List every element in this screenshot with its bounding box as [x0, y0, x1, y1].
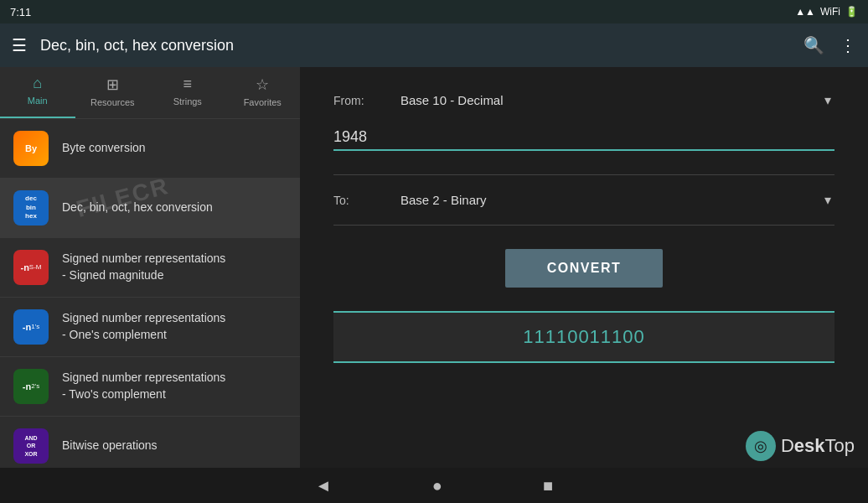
more-options-icon[interactable]: ⋮ — [840, 35, 856, 55]
signed-twos-icon: -n2's — [13, 369, 49, 404]
list-item-signed-twos[interactable]: -n2's Signed number representations- Two… — [0, 357, 300, 417]
list-items: By Byte conversion decbinhex Dec, bin, o… — [0, 119, 300, 468]
from-value: Base 10 - Decimal — [400, 93, 504, 107]
content-panel: From: Base 10 - Decimal ▾ To: Base 2 - B… — [300, 67, 868, 468]
to-value: Base 2 - Binary — [400, 193, 487, 207]
signed-sm-icon: -nS-M — [13, 250, 49, 285]
tab-favorites-label: Favorites — [244, 97, 282, 107]
convert-btn-row: CONVERT — [333, 249, 834, 288]
from-row: From: Base 10 - Decimal ▾ — [333, 92, 834, 108]
nav-tabs: ⌂ Main ⊞ Resources ≡ Strings ☆ Favorites — [0, 67, 300, 119]
wifi-icon: WiFi — [820, 6, 840, 18]
list-item-signed-ones[interactable]: -n1's Signed number representations- One… — [0, 298, 300, 357]
dec-label: Dec, bin, oct, hex conversion — [62, 200, 213, 216]
desktop-logo-icon: ◎ — [746, 431, 776, 461]
list-item-signed-sm[interactable]: -nS-M Signed number representations- Sig… — [0, 238, 300, 298]
input-container — [333, 128, 834, 151]
tab-main-label: Main — [28, 96, 48, 106]
battery-icon: 🔋 — [845, 6, 858, 18]
result-container: 11110011100 — [333, 311, 834, 363]
recents-button[interactable]: ■ — [543, 476, 553, 495]
tab-favorites[interactable]: ☆ Favorites — [225, 67, 301, 118]
hamburger-icon[interactable]: ☰ — [12, 35, 27, 55]
strings-icon: ≡ — [183, 75, 192, 93]
to-dropdown-arrow: ▾ — [824, 192, 831, 208]
convert-button[interactable]: CONVERT — [505, 249, 664, 288]
signed-ones-icon: -n1's — [13, 309, 49, 345]
favorites-icon: ☆ — [256, 75, 269, 94]
divider-2 — [333, 225, 834, 226]
from-dropdown-arrow: ▾ — [824, 92, 831, 108]
desktop-logo: ◎ DeskTop — [746, 431, 855, 461]
from-label: From: — [333, 94, 400, 107]
main-layout: ⌂ Main ⊞ Resources ≡ Strings ☆ Favorites… — [0, 67, 868, 468]
resources-icon: ⊞ — [106, 75, 119, 94]
app-bar-title: Dec, bin, oct, hex conversion — [40, 37, 790, 54]
tab-strings-label: Strings — [173, 96, 202, 106]
byte-icon: By — [13, 131, 49, 166]
search-icon[interactable]: 🔍 — [803, 35, 824, 55]
dec-icon: decbinhex — [13, 190, 49, 226]
bottom-nav: ◄ ● ■ — [0, 468, 868, 503]
status-bar: 7:11 ▲▲ WiFi 🔋 — [0, 0, 868, 23]
signal-icon: ▲▲ — [795, 6, 815, 18]
status-icons: ▲▲ WiFi 🔋 — [795, 6, 858, 18]
tab-strings[interactable]: ≡ Strings — [150, 67, 225, 118]
tab-resources[interactable]: ⊞ Resources — [75, 67, 151, 118]
tab-resources-label: Resources — [90, 97, 135, 107]
app-bar: ☰ Dec, bin, oct, hex conversion 🔍 ⋮ — [0, 23, 868, 67]
signed-sm-label: Signed number representations- Signed ma… — [62, 251, 225, 283]
tab-main[interactable]: ⌂ Main — [0, 67, 75, 118]
list-item-dec[interactable]: decbinhex Dec, bin, oct, hex conversion — [0, 179, 300, 238]
sidebar: ⌂ Main ⊞ Resources ≡ Strings ☆ Favorites… — [0, 67, 300, 468]
list-item-byte[interactable]: By Byte conversion — [0, 119, 300, 179]
list-item-bitwise[interactable]: ANDORXOR Bitwise operations — [0, 417, 300, 468]
to-label: To: — [333, 194, 400, 207]
back-button[interactable]: ◄ — [315, 476, 332, 495]
bitwise-icon: ANDORXOR — [13, 428, 49, 464]
time: 7:11 — [10, 6, 31, 18]
to-dropdown[interactable]: Base 2 - Binary ▾ — [400, 192, 834, 208]
signed-twos-label: Signed number representations- Two's com… — [62, 370, 225, 402]
desktop-logo-text: DeskTop — [781, 435, 855, 457]
number-input[interactable] — [333, 128, 834, 146]
divider-1 — [333, 174, 834, 175]
app-bar-actions: 🔍 ⋮ — [803, 35, 856, 55]
byte-label: Byte conversion — [62, 140, 146, 157]
signed-ones-label: Signed number representations- One's com… — [62, 310, 225, 343]
bitwise-label: Bitwise operations — [62, 438, 158, 454]
home-icon: ⌂ — [33, 75, 42, 92]
home-button[interactable]: ● — [432, 476, 442, 495]
to-row: To: Base 2 - Binary ▾ — [333, 192, 834, 208]
result-value: 11110011100 — [523, 326, 645, 348]
from-dropdown[interactable]: Base 10 - Decimal ▾ — [400, 92, 834, 108]
